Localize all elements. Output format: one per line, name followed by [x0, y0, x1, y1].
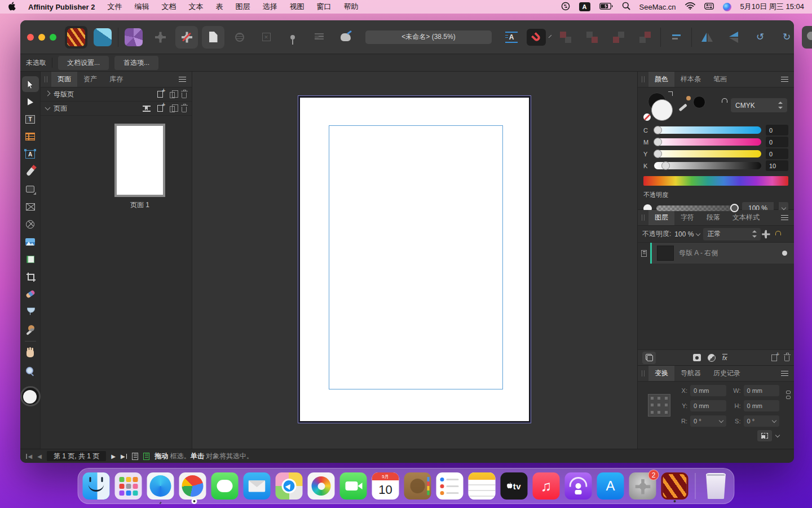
canvas-area[interactable] [192, 72, 637, 449]
tab-layers[interactable]: 图层 [648, 210, 674, 225]
close-window-button[interactable] [27, 34, 34, 41]
chevron-down-icon[interactable] [45, 105, 51, 111]
flip-vertical-button[interactable] [722, 26, 745, 49]
move-forward-button[interactable] [581, 26, 603, 49]
shortcuts-icon[interactable] [561, 2, 570, 12]
dock-calendar[interactable]: 5月 10 [372, 472, 399, 500]
menu-item-table[interactable]: 表 [215, 2, 223, 12]
layer-row-master-a[interactable]: 母版 A - 右侧 [650, 243, 794, 264]
mask-layer-icon[interactable] [693, 354, 701, 361]
menu-datetime[interactable]: 5月10日 周三 15:04 [740, 2, 804, 12]
fill-stroke-swatches[interactable] [645, 93, 674, 122]
apply-master-icon[interactable] [143, 106, 151, 112]
move-tool[interactable] [22, 76, 39, 92]
black-slider[interactable] [654, 162, 761, 169]
menu-app-name[interactable]: Affinity Publisher 2 [28, 3, 95, 11]
vector-crop-tool[interactable] [22, 269, 39, 284]
dock-launchpad[interactable] [115, 472, 142, 500]
document-page[interactable] [298, 96, 531, 423]
node-tool[interactable] [22, 94, 39, 110]
chevron-right-icon[interactable] [45, 91, 51, 97]
duplicate-page-icon[interactable] [170, 106, 175, 112]
tab-history[interactable]: 历史记录 [707, 366, 747, 381]
tab-stroke[interactable]: 笔画 [707, 72, 733, 87]
menu-item-text[interactable]: 文本 [188, 2, 203, 12]
preflight-status-icon[interactable] [132, 453, 138, 460]
dock-finder[interactable] [83, 472, 110, 500]
pages-section-row[interactable]: 页面 [41, 102, 192, 116]
menu-item-file[interactable]: 文件 [107, 2, 122, 12]
network-name-text[interactable]: SeeMac.cn [639, 3, 676, 11]
menu-item-window[interactable]: 窗口 [316, 2, 331, 12]
eraser-tool[interactable] [22, 286, 39, 302]
swap-fill-stroke-icon[interactable] [668, 91, 673, 96]
battery-icon[interactable] [599, 3, 613, 11]
slider-thumb[interactable] [654, 126, 662, 134]
document-setup-context-button[interactable]: 文档设置... [58, 56, 109, 70]
picture-frame-rectangle-tool[interactable] [22, 199, 39, 214]
delete-master-icon[interactable] [182, 93, 187, 98]
table-tool[interactable] [22, 129, 39, 144]
spread-setup-button[interactable] [175, 26, 198, 49]
dock-apple-tv[interactable]: tv [501, 472, 528, 500]
dock-photos[interactable] [308, 472, 335, 500]
dock-messages[interactable] [211, 472, 239, 500]
snapping-dropdown-chevron-icon[interactable] [549, 34, 552, 38]
h-input[interactable]: 0 mm [744, 400, 780, 411]
dock-notes[interactable] [469, 472, 496, 500]
insert-behind-button[interactable] [802, 26, 812, 49]
adjustment-layer-icon[interactable] [708, 354, 716, 362]
tab-text-styles[interactable]: 文本样式 [726, 210, 766, 225]
no-fill-icon[interactable] [643, 113, 651, 121]
zoom-window-button[interactable] [50, 34, 56, 41]
fill-tool[interactable] [22, 304, 39, 319]
clipping-button[interactable]: ✕ [255, 26, 277, 49]
pen-tool[interactable] [22, 164, 39, 179]
add-layer-icon[interactable] [771, 354, 777, 361]
panel-grip-icon[interactable] [45, 76, 47, 82]
previous-page-button[interactable]: ◀ [37, 453, 42, 459]
tab-transform[interactable]: 变换 [648, 366, 674, 381]
chevron-down-icon[interactable] [775, 433, 780, 437]
master-pages-section-row[interactable]: 母版页 [41, 87, 192, 102]
dock-music[interactable]: ♫ [533, 472, 560, 500]
slider-thumb[interactable] [661, 161, 670, 170]
move-to-front-button[interactable] [554, 26, 577, 49]
pages-view-button[interactable] [202, 26, 224, 49]
x-input[interactable]: 0 mm [690, 385, 726, 396]
color-mode-select[interactable]: CMYK [731, 98, 787, 112]
magenta-value[interactable]: 0 [766, 137, 788, 147]
pan-tool[interactable] [22, 345, 39, 361]
duplicate-master-icon[interactable] [170, 92, 175, 98]
pin-button[interactable] [281, 26, 304, 49]
rotate-cw-button[interactable]: ↻ [775, 26, 798, 49]
artistic-text-tool[interactable]: A [22, 146, 39, 162]
tab-stock[interactable]: 库存 [103, 72, 129, 87]
fill-swatch[interactable] [651, 99, 673, 121]
magenta-slider[interactable] [654, 138, 761, 146]
next-page-button[interactable]: ▶ [111, 453, 116, 459]
text-wrap-button[interactable] [308, 26, 330, 49]
rotate-spread-button[interactable] [228, 26, 251, 49]
input-source-icon[interactable]: A [579, 2, 590, 11]
menu-item-view[interactable]: 视图 [289, 2, 304, 12]
delete-page-icon[interactable] [182, 107, 187, 112]
layer-visibility-dot[interactable] [782, 251, 787, 256]
tab-assets[interactable]: 资产 [77, 72, 103, 87]
fill-stroke-color-selector[interactable] [20, 386, 41, 406]
move-backward-button[interactable] [607, 26, 630, 49]
menu-item-help[interactable]: 帮助 [343, 2, 358, 12]
s-input[interactable]: 0 ° [744, 415, 780, 427]
layer-thumbnail[interactable] [657, 246, 674, 261]
layer-outline-icon[interactable] [638, 243, 650, 264]
tab-paragraph[interactable]: 段落 [700, 210, 726, 225]
dock-mail[interactable] [244, 472, 271, 500]
color-picker-icon[interactable] [678, 96, 691, 108]
menu-item-document[interactable]: 文档 [161, 2, 176, 12]
link-dimensions-toggle[interactable] [786, 391, 791, 399]
siri-icon[interactable] [723, 3, 731, 11]
document-setup-button[interactable] [149, 26, 171, 49]
stock-panel-tool[interactable] [22, 251, 39, 267]
picture-frame-ellipse-tool[interactable] [22, 216, 39, 232]
minimize-window-button[interactable] [38, 34, 45, 41]
